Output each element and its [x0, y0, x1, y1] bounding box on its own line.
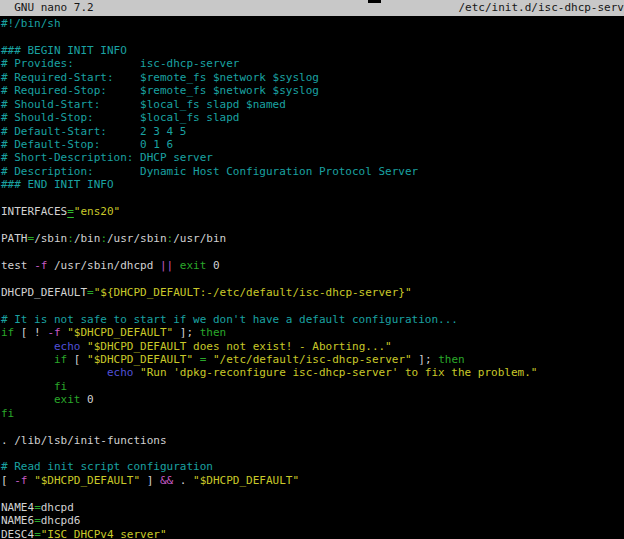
code-line: # Should-Stop: $local_fs slapd: [1, 111, 624, 124]
nano-version-label: GNU nano 7.2: [0, 0, 94, 16]
code-token: "$DHCPD_DEFAULT": [193, 474, 299, 487]
code-token: ### END INIT INFO: [1, 178, 114, 191]
code-line: DESC4="ISC DHCPv4 server": [1, 528, 624, 539]
code-token: /usr/sbin/dhcpd: [47, 259, 160, 272]
code-token: [1, 393, 54, 406]
code-token: "$DHCPD_DEFAULT": [87, 353, 193, 366]
code-token: # Short-Description: DHCP server: [1, 151, 213, 164]
code-token: [1, 380, 54, 393]
code-line: if [ "$DHCPD_DEFAULT" = "/etc/default/is…: [1, 353, 624, 366]
code-token: echo: [107, 366, 134, 379]
code-token: =: [87, 286, 94, 299]
code-token: exit: [54, 393, 81, 406]
code-token: exit: [180, 259, 207, 272]
nano-editor-text-area[interactable]: #!/bin/sh### BEGIN INIT INFO# Provides: …: [0, 16, 624, 539]
code-token: # Description: Dynamic Host Configuratio…: [1, 165, 418, 178]
code-token: "$DHCPD_DEFAULT does not exist! - Aborti…: [87, 340, 392, 353]
code-token: # Default-Start: 2 3 4 5: [1, 125, 186, 138]
code-line: # Provides: isc-dhcp-server: [1, 57, 624, 70]
code-token: INTERFACES: [1, 205, 67, 218]
code-line: echo "Run 'dpkg-reconfigure isc-dhcp-ser…: [1, 366, 624, 379]
code-token: .: [173, 474, 193, 487]
code-token: # It is not safe to start if we don't ha…: [1, 313, 458, 326]
code-line: # Required-Start: $remote_fs $network $s…: [1, 71, 624, 84]
code-token: "ens20": [74, 205, 120, 218]
code-line: [1, 299, 624, 312]
code-line: echo "$DHCPD_DEFAULT does not exist! - A…: [1, 340, 624, 353]
code-token: NAME4: [1, 501, 34, 514]
code-line: # Default-Stop: 0 1 6: [1, 138, 624, 151]
code-token: -f: [14, 474, 27, 487]
code-token: then: [438, 353, 465, 366]
code-token: =: [34, 514, 41, 527]
code-token: :: [67, 232, 74, 245]
code-token: # Should-Start: $local_fs slapd $named: [1, 98, 286, 111]
code-token: [206, 353, 213, 366]
code-line: [1, 447, 624, 460]
code-token: /bin: [74, 232, 101, 245]
code-token: ### BEGIN INIT INFO: [1, 44, 127, 57]
code-token: &&: [160, 474, 173, 487]
code-line: [1, 272, 624, 285]
code-token: fi: [54, 380, 67, 393]
code-token: DESC4: [1, 528, 34, 539]
code-line: fi: [1, 407, 624, 420]
code-line: PATH=/sbin:/bin:/usr/sbin:/usr/bin: [1, 232, 624, 245]
code-line: #!/bin/sh: [1, 17, 624, 30]
code-token: PATH: [1, 232, 28, 245]
code-token: # Read init script configuration: [1, 460, 213, 473]
code-token: ]: [140, 474, 160, 487]
code-token: # Should-Stop: $local_fs slapd: [1, 111, 239, 124]
code-token: /usr/sbin: [107, 232, 167, 245]
code-token: [1, 366, 107, 379]
screen-top-notch-artifact: [368, 0, 381, 3]
code-token: [193, 353, 200, 366]
code-token: [1, 340, 54, 353]
code-line: [ -f "$DHCPD_DEFAULT" ] && . "$DHCPD_DEF…: [1, 474, 624, 487]
code-line: [1, 245, 624, 258]
code-token: [173, 259, 180, 272]
code-token: [: [1, 474, 14, 487]
code-token: echo: [54, 340, 81, 353]
code-line: # Description: Dynamic Host Configuratio…: [1, 165, 624, 178]
code-line: . /lib/lsb/init-functions: [1, 434, 624, 447]
code-line: [1, 30, 624, 43]
code-token: [1, 353, 54, 366]
code-line: # Default-Start: 2 3 4 5: [1, 125, 624, 138]
code-line: # Should-Start: $local_fs slapd $named: [1, 98, 624, 111]
code-line: # Read init script configuration: [1, 460, 624, 473]
code-line: ### END INIT INFO: [1, 178, 624, 191]
code-token: :: [100, 232, 107, 245]
code-line: if [ ! -f "$DHCPD_DEFAULT" ]; then: [1, 326, 624, 339]
nano-titlebar: GNU nano 7.2 /etc/init.d/isc-dhcp-serv: [0, 0, 624, 16]
code-token: -f: [34, 259, 47, 272]
code-line: [1, 219, 624, 232]
code-token: 0: [80, 393, 93, 406]
code-token: then: [200, 326, 227, 339]
code-token: test: [1, 259, 34, 272]
code-token: -f: [47, 326, 60, 339]
code-token: if: [54, 353, 67, 366]
code-token: 0: [206, 259, 219, 272]
code-token: # Required-Start: $remote_fs $network $s…: [1, 71, 319, 84]
code-token: NAME6: [1, 514, 34, 527]
code-token: ||: [160, 259, 173, 272]
code-token: dhcpd6: [41, 514, 81, 527]
code-token: "$DHCPD_DEFAULT": [34, 474, 140, 487]
code-token: /sbin: [34, 232, 67, 245]
nano-filename-label: /etc/init.d/isc-dhcp-serv: [458, 0, 624, 16]
cursor-char: =: [67, 205, 74, 218]
code-token: dhcpd: [41, 501, 74, 514]
code-token: fi: [1, 407, 14, 420]
code-token: #!/bin/sh: [1, 17, 61, 30]
code-token: =: [34, 528, 41, 539]
code-line: [1, 487, 624, 500]
code-token: ];: [173, 326, 200, 339]
code-token: # Required-Stop: $remote_fs $network $sy…: [1, 84, 319, 97]
code-line: fi: [1, 380, 624, 393]
code-line: [1, 420, 624, 433]
code-token: =: [34, 501, 41, 514]
code-line: test -f /usr/sbin/dhcpd || exit 0: [1, 259, 624, 272]
code-token: . /lib/lsb/init-functions: [1, 434, 167, 447]
code-token: /usr/bin: [173, 232, 226, 245]
